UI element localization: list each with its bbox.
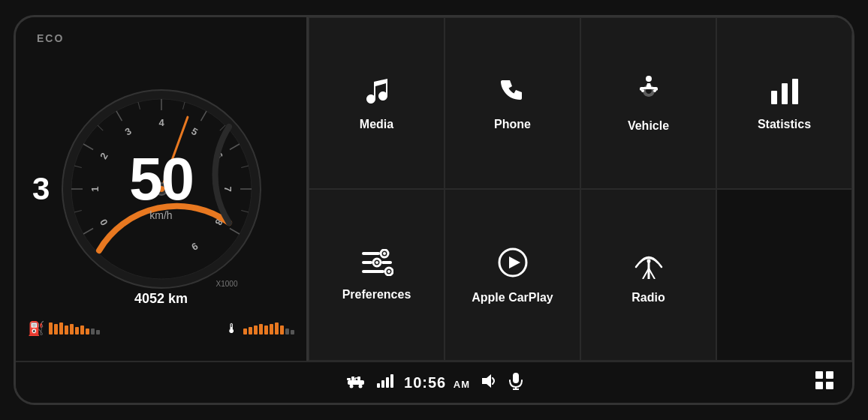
- music-icon: [362, 76, 392, 110]
- screen: ECO: [14, 15, 854, 405]
- statistics-label: Statistics: [758, 118, 811, 131]
- menu-item-apple-carplay[interactable]: Apple CarPlay: [445, 189, 580, 361]
- phone-icon: [498, 76, 528, 110]
- instrument-cluster: ECO: [16, 17, 309, 361]
- svg-text:4: 4: [158, 117, 164, 128]
- volume-icon[interactable]: [481, 374, 499, 392]
- phone-label: Phone: [494, 118, 531, 131]
- preferences-label: Preferences: [342, 288, 411, 302]
- svg-point-37: [383, 252, 386, 255]
- svg-rect-54: [348, 380, 364, 385]
- svg-text:7: 7: [222, 186, 234, 191]
- rpm-label: X1000: [216, 280, 238, 288]
- signal-icon: [377, 374, 393, 392]
- time-display: 10:56 AM: [404, 374, 470, 392]
- speed-value: 50: [129, 149, 193, 209]
- status-items: 10:56 AM: [345, 372, 523, 394]
- fuel-icon: ⛽: [28, 320, 44, 337]
- svg-rect-41: [381, 261, 392, 264]
- svg-marker-46: [509, 256, 520, 268]
- svg-rect-67: [815, 371, 823, 379]
- svg-rect-52: [351, 376, 354, 380]
- preferences-icon: [360, 249, 393, 280]
- svg-rect-70: [826, 382, 833, 389]
- menu-item-vehicle[interactable]: Vehicle: [580, 17, 716, 189]
- temp-bars: [243, 322, 294, 334]
- svg-rect-68: [826, 371, 833, 379]
- svg-point-50: [646, 259, 650, 262]
- menu-item-media[interactable]: Media: [309, 17, 445, 189]
- svg-rect-62: [390, 374, 393, 388]
- svg-rect-34: [792, 79, 798, 104]
- svg-rect-42: [362, 270, 384, 273]
- svg-rect-61: [386, 377, 389, 388]
- svg-point-55: [350, 384, 354, 388]
- svg-rect-60: [381, 380, 384, 388]
- menu-item-radio[interactable]: Radio: [580, 189, 716, 361]
- carplay-icon: [496, 246, 529, 284]
- eco-label: ECO: [37, 32, 64, 44]
- svg-rect-69: [815, 382, 823, 389]
- svg-rect-51: [347, 378, 351, 380]
- speedometer: 0 1 2 3 4 5 6 7 8 9: [56, 84, 267, 294]
- gear-indicator: 3: [32, 171, 50, 207]
- svg-rect-59: [377, 383, 380, 388]
- fuel-bars: [49, 322, 100, 334]
- media-label: Media: [360, 118, 393, 131]
- svg-point-44: [387, 270, 390, 273]
- carplay-label: Apple CarPlay: [472, 291, 553, 304]
- svg-rect-35: [362, 252, 380, 255]
- temp-gauge: 🌡: [225, 321, 294, 337]
- svg-rect-32: [771, 91, 777, 104]
- grid-button[interactable]: [815, 370, 834, 394]
- statistics-icon: [768, 76, 801, 110]
- svg-rect-38: [362, 261, 372, 264]
- svg-rect-64: [513, 373, 519, 383]
- svg-point-56: [359, 384, 363, 388]
- mic-icon[interactable]: [509, 372, 523, 394]
- svg-marker-63: [482, 374, 491, 388]
- menu-item-empty: [716, 189, 852, 361]
- main-area: ECO: [16, 17, 852, 361]
- vehicle-icon: [632, 74, 665, 112]
- radio-label: Radio: [631, 291, 665, 304]
- menu-panel: Media Phone: [309, 17, 852, 361]
- svg-rect-33: [782, 83, 788, 104]
- svg-point-40: [375, 261, 378, 264]
- vehicle-label: Vehicle: [628, 119, 669, 133]
- time-value: 10:56: [404, 374, 446, 391]
- svg-text:1: 1: [89, 186, 101, 191]
- menu-item-preferences[interactable]: Preferences: [309, 189, 445, 361]
- odometer: 4052 km: [134, 291, 188, 307]
- car-status-icon: [345, 374, 366, 392]
- menu-item-phone[interactable]: Phone: [445, 17, 580, 189]
- status-bar: 10:56 AM: [16, 361, 852, 403]
- menu-item-statistics[interactable]: Statistics: [716, 17, 852, 189]
- gauges-row: ⛽ 🌡: [28, 320, 294, 337]
- fuel-gauge: ⛽: [28, 320, 100, 337]
- time-suffix: AM: [454, 379, 470, 390]
- speed-display: 50 km/h: [129, 149, 193, 221]
- temp-icon: 🌡: [225, 321, 239, 337]
- radio-icon: [632, 246, 665, 284]
- menu-grid: Media Phone: [309, 17, 852, 361]
